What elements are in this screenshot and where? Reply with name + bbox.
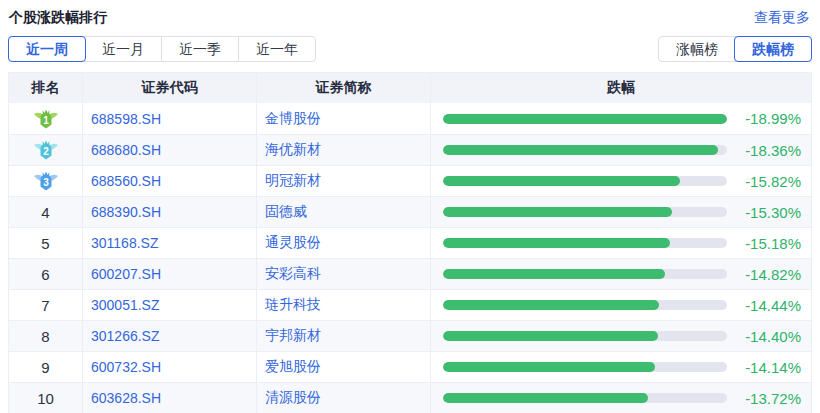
table-row: 8301266.SZ宇邦新材-14.40% (9, 320, 811, 351)
rank-number: 7 (41, 297, 49, 314)
change-bar-track (443, 238, 727, 248)
stock-code-cell: 688390.SH (83, 197, 257, 227)
table-row: 1688598.SH金博股份-18.99% (9, 103, 811, 134)
table-row: 9600732.SH爱旭股份-14.14% (9, 351, 811, 382)
table-row: 5301168.SZ通灵股份-15.18% (9, 227, 811, 258)
controls-row: 近一周近一月近一季近一年 涨幅榜跌幅榜 (8, 36, 812, 62)
stock-code-cell: 688560.SH (83, 166, 257, 196)
stock-name-link[interactable]: 宇邦新材 (265, 327, 321, 345)
stock-name-link[interactable]: 明冠新材 (265, 172, 321, 190)
change-cell: -14.14% (431, 352, 811, 382)
rank-cell: 9 (9, 352, 83, 382)
stock-name-cell: 固德威 (257, 197, 431, 227)
stock-code-link[interactable]: 600732.SH (91, 359, 161, 375)
stock-name-cell: 琏升科技 (257, 290, 431, 320)
period-tab-3[interactable]: 近一年 (238, 37, 315, 61)
period-tab-group: 近一周近一月近一季近一年 (8, 36, 316, 62)
stock-name-link[interactable]: 金博股份 (265, 110, 321, 128)
stock-code-link[interactable]: 301266.SZ (91, 328, 160, 344)
rank-cell: 1 (9, 103, 83, 134)
table-row: 3688560.SH明冠新材-15.82% (9, 165, 811, 196)
board-tab-0[interactable]: 涨幅榜 (659, 37, 735, 61)
stock-code-link[interactable]: 600207.SH (91, 266, 161, 282)
change-cell: -15.18% (431, 228, 811, 258)
change-bar-fill (443, 300, 659, 310)
stock-code-link[interactable]: 688560.SH (91, 173, 161, 189)
stock-name-cell: 通灵股份 (257, 228, 431, 258)
stock-code-cell: 301168.SZ (83, 228, 257, 258)
widget-header: 个股涨跌幅排行 查看更多 (0, 0, 820, 27)
change-cell: -14.40% (431, 321, 811, 351)
view-more-link[interactable]: 查看更多 (754, 9, 810, 27)
change-value: -14.82% (737, 266, 801, 283)
period-tab-0[interactable]: 近一周 (8, 36, 86, 62)
change-cell: -15.82% (431, 166, 811, 196)
rank-cell: 8 (9, 321, 83, 351)
stock-code-link[interactable]: 301168.SZ (91, 235, 158, 251)
change-bar-fill (443, 176, 680, 186)
change-bar-track (443, 269, 727, 279)
stock-name-cell: 海优新材 (257, 135, 431, 165)
table-row: 6600207.SH安彩高科-14.82% (9, 258, 811, 289)
change-bar-track (443, 176, 727, 186)
change-value: -14.40% (737, 328, 801, 345)
change-cell: -13.72% (431, 383, 811, 413)
change-bar-fill (443, 114, 727, 124)
table-row: 2688680.SH海优新材-18.36% (9, 134, 811, 165)
change-bar-fill (443, 238, 670, 248)
change-bar-fill (443, 362, 655, 372)
rank-cell: 6 (9, 259, 83, 289)
rank-cell: 2 (9, 135, 83, 165)
change-cell: -18.99% (431, 103, 811, 134)
stock-name-link[interactable]: 海优新材 (265, 141, 321, 159)
table-row: 4688390.SH固德威-15.30% (9, 196, 811, 227)
rank-number: 8 (41, 328, 49, 345)
stock-code-link[interactable]: 603628.SH (91, 390, 161, 406)
stock-name-link[interactable]: 琏升科技 (265, 296, 321, 314)
stock-code-cell: 688680.SH (83, 135, 257, 165)
change-value: -18.99% (737, 110, 801, 127)
table-row: 7300051.SZ琏升科技-14.44% (9, 289, 811, 320)
change-value: -15.30% (737, 204, 801, 221)
stock-name-link[interactable]: 清源股份 (265, 389, 321, 407)
change-value: -14.44% (737, 297, 801, 314)
rank-number: 10 (37, 390, 54, 407)
table-row: 10603628.SH清源股份-13.72% (9, 382, 811, 413)
rank-number: 4 (41, 204, 49, 221)
stock-code-cell: 300051.SZ (83, 290, 257, 320)
column-header-3: 跌幅 (431, 73, 811, 103)
svg-text:1: 1 (43, 115, 49, 126)
stock-code-cell: 600732.SH (83, 352, 257, 382)
board-tab-group: 涨幅榜跌幅榜 (658, 36, 812, 62)
stock-name-link[interactable]: 爱旭股份 (265, 358, 321, 376)
svg-text:3: 3 (43, 177, 49, 188)
stock-code-link[interactable]: 300051.SZ (91, 297, 160, 313)
period-tab-2[interactable]: 近一季 (161, 37, 238, 61)
stock-code-cell: 603628.SH (83, 383, 257, 413)
change-bar-fill (443, 331, 658, 341)
change-value: -14.14% (737, 359, 801, 376)
rank-cell: 10 (9, 383, 83, 413)
change-cell: -18.36% (431, 135, 811, 165)
rank-medal-2-icon: 2 (34, 140, 58, 160)
change-bar-fill (443, 393, 648, 403)
stock-code-link[interactable]: 688390.SH (91, 204, 161, 220)
rank-medal-1-icon: 1 (34, 109, 58, 129)
board-tab-1[interactable]: 跌幅榜 (734, 36, 812, 62)
svg-text:2: 2 (43, 146, 49, 157)
stock-name-link[interactable]: 安彩高科 (265, 265, 321, 283)
change-value: -15.82% (737, 173, 801, 190)
change-bar-fill (443, 269, 665, 279)
stock-name-link[interactable]: 通灵股份 (265, 234, 321, 252)
period-tab-1[interactable]: 近一月 (85, 37, 161, 61)
stock-code-link[interactable]: 688680.SH (91, 142, 161, 158)
change-bar-track (443, 207, 727, 217)
stock-code-link[interactable]: 688598.SH (91, 111, 161, 127)
rank-cell: 3 (9, 166, 83, 196)
stock-name-cell: 明冠新材 (257, 166, 431, 196)
rank-cell: 4 (9, 197, 83, 227)
change-value: -15.18% (737, 235, 801, 252)
stock-code-cell: 600207.SH (83, 259, 257, 289)
ranking-table: 排名证券代码证券简称跌幅 1688598.SH金博股份-18.99%268868… (8, 72, 812, 413)
stock-name-link[interactable]: 固德威 (265, 203, 307, 221)
